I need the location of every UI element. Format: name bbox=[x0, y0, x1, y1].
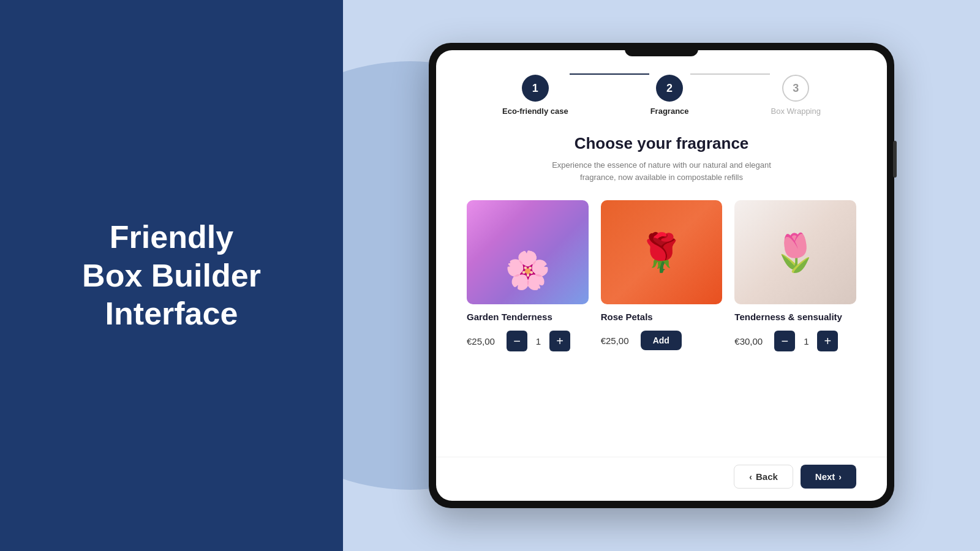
step-1-group: 1 Eco-friendly case bbox=[502, 75, 568, 116]
qty-tenderness: 1 bbox=[801, 336, 811, 347]
bottom-navigation: ‹ Back Next › bbox=[436, 457, 887, 501]
product-name-tenderness: Tenderness & sensuality bbox=[734, 312, 856, 322]
step-2-label: Fragrance bbox=[650, 107, 689, 116]
add-rose-button[interactable]: Add bbox=[641, 331, 682, 350]
increment-garden[interactable]: + bbox=[549, 331, 570, 351]
stepper: 1 Eco-friendly case 2 bbox=[467, 75, 856, 116]
left-panel-title: Friendly Box Builder Interface bbox=[45, 218, 298, 332]
title-line1: Friendly bbox=[110, 219, 233, 255]
title-line3: Interface bbox=[105, 296, 238, 331]
tablet-screen: 1 Eco-friendly case 2 bbox=[436, 50, 887, 501]
chevron-left-icon: ‹ bbox=[749, 472, 752, 482]
step-3-label: Box Wrapping bbox=[771, 107, 821, 116]
decrement-tenderness[interactable]: − bbox=[774, 331, 795, 351]
back-label: Back bbox=[756, 471, 778, 482]
product-name-garden: Garden Tenderness bbox=[467, 312, 589, 322]
tablet-side-button bbox=[893, 141, 897, 178]
screen-content: 1 Eco-friendly case 2 bbox=[436, 50, 887, 457]
product-controls-rose: €25,00 Add bbox=[601, 331, 723, 350]
step-1-label: Eco-friendly case bbox=[502, 107, 568, 116]
step-3-group: 3 Box Wrapping bbox=[771, 75, 821, 116]
product-controls-tenderness: €30,00 − 1 + bbox=[734, 331, 856, 351]
tablet-frame: 1 Eco-friendly case 2 bbox=[429, 43, 894, 508]
title-line2: Box Builder bbox=[82, 258, 261, 293]
product-image-garden bbox=[467, 200, 589, 304]
increment-tenderness[interactable]: + bbox=[817, 331, 838, 351]
main-subtitle: Experience the essence of nature with ou… bbox=[467, 159, 856, 183]
decrement-garden[interactable]: − bbox=[507, 331, 527, 351]
product-card-rose: Rose Petals €25,00 Add bbox=[601, 200, 723, 351]
back-button[interactable]: ‹ Back bbox=[734, 465, 793, 489]
chevron-right-icon: › bbox=[839, 472, 842, 482]
right-area: 1 Eco-friendly case 2 bbox=[343, 0, 980, 551]
product-card-tenderness: Tenderness & sensuality €30,00 − 1 + bbox=[734, 200, 856, 351]
next-label: Next bbox=[815, 471, 835, 482]
product-image-rose bbox=[601, 200, 723, 304]
step-3-circle: 3 bbox=[782, 75, 809, 102]
tablet-top-bar bbox=[625, 43, 698, 56]
product-price-tenderness: €30,00 bbox=[734, 336, 768, 347]
product-controls-garden: €25,00 − 1 + bbox=[467, 331, 589, 351]
main-title: Choose your fragrance bbox=[467, 134, 856, 153]
step-2-group: 2 Fragrance bbox=[650, 75, 689, 116]
product-price-garden: €25,00 bbox=[467, 336, 500, 347]
next-button[interactable]: Next › bbox=[801, 465, 856, 489]
product-card-garden: Garden Tenderness €25,00 − 1 + bbox=[467, 200, 589, 351]
product-price-rose: €25,00 bbox=[601, 335, 635, 346]
step-line-1 bbox=[570, 73, 649, 75]
product-name-rose: Rose Petals bbox=[601, 312, 723, 322]
product-image-tenderness bbox=[734, 200, 856, 304]
qty-garden: 1 bbox=[533, 336, 543, 347]
step-line-2 bbox=[690, 73, 770, 75]
left-panel: Friendly Box Builder Interface bbox=[0, 0, 343, 551]
product-grid: Garden Tenderness €25,00 − 1 + Rose Peta… bbox=[467, 200, 856, 351]
step-1-circle: 1 bbox=[522, 75, 549, 102]
step-2-circle: 2 bbox=[656, 75, 683, 102]
